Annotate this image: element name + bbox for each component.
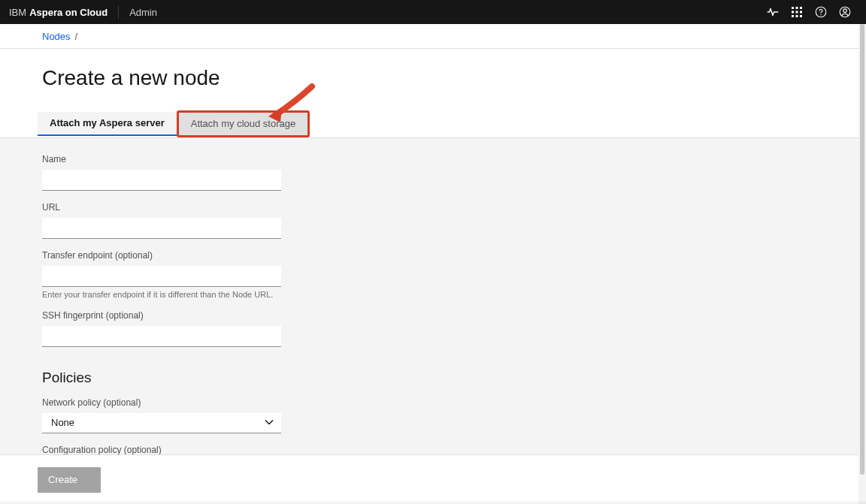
svg-rect-6: [792, 15, 794, 17]
svg-rect-8: [800, 15, 802, 17]
transfer-endpoint-input[interactable]: [42, 266, 281, 287]
scrollbar-thumb[interactable]: [860, 24, 864, 475]
svg-point-12: [843, 9, 847, 13]
transfer-endpoint-helper: Enter your transfer endpoint if it is di…: [42, 290, 858, 299]
svg-rect-4: [796, 11, 798, 14]
network-policy-select[interactable]: None: [42, 413, 281, 433]
user-avatar-icon[interactable]: [833, 0, 857, 24]
policies-heading: Policies: [42, 370, 858, 386]
svg-rect-7: [796, 15, 798, 17]
tab-label: Attach my cloud storage: [191, 118, 295, 129]
create-button-label: Create: [48, 474, 77, 485]
ssh-fingerprint-input[interactable]: [42, 326, 281, 347]
footer-action-bar: Create: [0, 454, 858, 504]
page-title: Create a new node: [42, 65, 858, 91]
scrollbar-track[interactable]: [858, 24, 866, 504]
name-label: Name: [42, 153, 858, 165]
tabs-row: Attach my Aspera server Attach my cloud …: [0, 112, 858, 138]
svg-rect-2: [800, 7, 802, 9]
network-policy-label: Network policy (optional): [42, 397, 858, 409]
header-divider: [118, 5, 119, 19]
svg-rect-1: [796, 7, 798, 9]
help-icon[interactable]: [809, 0, 833, 24]
url-input[interactable]: [42, 218, 281, 239]
header-bar: IBM Aspera on Cloud Admin: [0, 0, 866, 24]
breadcrumb-separator: /: [75, 31, 78, 42]
tab-label: Attach my Aspera server: [50, 117, 165, 128]
breadcrumb-link-nodes[interactable]: Nodes: [42, 31, 71, 42]
svg-rect-0: [792, 7, 794, 9]
configuration-policy-label: Configuration policy (optional): [42, 444, 858, 454]
create-button[interactable]: Create: [38, 467, 101, 493]
title-wrap: Create a new node: [0, 49, 858, 91]
svg-rect-5: [800, 11, 802, 14]
svg-rect-3: [792, 11, 794, 14]
product-brand: IBM Aspera on Cloud: [9, 7, 107, 18]
main-content: Nodes / Create a new node Attach my Aspe…: [0, 24, 858, 454]
form-area: Name URL Transfer endpoint (optional) En…: [0, 138, 858, 454]
ssh-fingerprint-label: SSH fingerprint (optional): [42, 309, 858, 321]
svg-point-10: [820, 14, 822, 16]
app-section-label: Admin: [129, 7, 157, 18]
name-input[interactable]: [42, 170, 281, 191]
url-label: URL: [42, 201, 858, 213]
tab-attach-aspera-server[interactable]: Attach my Aspera server: [38, 112, 177, 136]
brand-prefix: IBM: [9, 7, 26, 18]
activity-icon[interactable]: [761, 0, 785, 24]
transfer-endpoint-label: Transfer endpoint (optional): [42, 249, 858, 261]
brand-name: Aspera on Cloud: [29, 7, 107, 18]
breadcrumb: Nodes /: [0, 24, 858, 49]
app-switcher-icon[interactable]: [785, 0, 809, 24]
tab-attach-cloud-storage[interactable]: Attach my cloud storage: [177, 110, 310, 137]
